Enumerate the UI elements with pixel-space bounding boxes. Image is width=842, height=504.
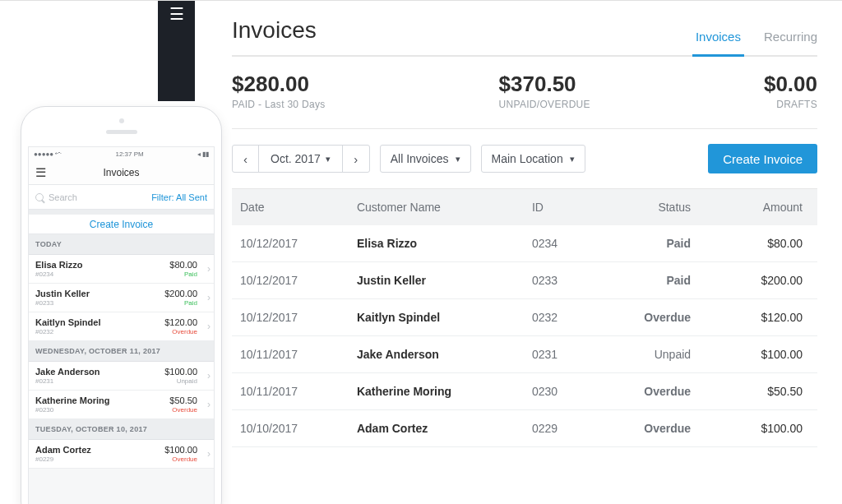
list-item[interactable]: Justin Keller#0233$200.00Paid› <box>29 284 214 312</box>
create-invoice-button[interactable]: Create Invoice <box>708 144 817 173</box>
list-item[interactable]: Kaitlyn Spindel#0232$120.00Overdue› <box>29 312 214 341</box>
cell-status: Paid <box>590 262 716 299</box>
phone-section-header: TUESDAY, OCTOBER 10, 2017 <box>29 419 214 440</box>
table-row[interactable]: 10/12/2017Kaitlyn Spindel0232Overdue$120… <box>232 299 817 336</box>
col-customer[interactable]: Customer Name <box>349 189 524 225</box>
table-row[interactable]: 10/12/2017Justin Keller0233Paid$200.00 <box>232 262 817 299</box>
date-select-label: Oct. 2017 <box>271 152 321 165</box>
desktop-header: Invoices Invoices Recurring <box>232 1 817 57</box>
item-status: Paid <box>184 270 197 278</box>
summary-drafts-label: DRAFTS <box>764 99 817 110</box>
summary-row: $280.00 PAID - Last 30 Days $370.50 UNPA… <box>232 57 817 129</box>
item-status: Unpaid <box>177 377 197 385</box>
scope-select-label: All Invoices <box>391 152 449 165</box>
item-name: Katherine Moring <box>35 395 109 405</box>
item-amount: $100.00 <box>164 445 197 455</box>
cell-customer: Justin Keller <box>349 262 524 299</box>
phone-section-header: TODAY <box>29 234 214 255</box>
summary-unpaid-amount: $370.50 <box>499 72 590 97</box>
item-name: Elisa Rizzo <box>35 260 82 270</box>
side-strip: ☰ <box>158 1 195 101</box>
phone-section-header: WEDNESDAY, OCTOBER 11, 2017 <box>29 341 214 362</box>
filters-row: ‹ Oct. 2017 ▾ › All Invoices ▾ Main Loca… <box>232 129 817 189</box>
cell-status: Overdue <box>590 299 716 336</box>
filter-link[interactable]: Filter: All Sent <box>151 192 207 202</box>
tab-invoices[interactable]: Invoices <box>696 30 741 55</box>
cell-date: 10/11/2017 <box>232 336 349 373</box>
item-name: Kaitlyn Spindel <box>35 317 100 327</box>
phone-search-row: Search Filter: All Sent <box>29 185 214 210</box>
battery-indicator: ◂ ▮▮ <box>197 150 209 158</box>
search-input[interactable]: Search <box>35 192 77 202</box>
col-id[interactable]: ID <box>524 189 590 225</box>
cell-amount: $200.00 <box>715 262 817 299</box>
hamburger-icon[interactable]: ☰ <box>169 6 184 22</box>
signal-indicator: ●●●●● ⬿ <box>34 150 62 158</box>
item-id: #0231 <box>35 377 99 385</box>
location-select-label: Main Location <box>492 152 563 165</box>
phone-status-bar: ●●●●● ⬿ 12:37 PM ◂ ▮▮ <box>29 147 214 160</box>
phone-camera-dot <box>119 118 124 123</box>
table-row[interactable]: 10/10/2017Adam Cortez0229Overdue$100.00 <box>232 410 817 447</box>
phone-title: Invoices <box>103 167 139 178</box>
item-amount: $80.00 <box>169 260 197 270</box>
search-icon <box>35 193 44 201</box>
cell-customer: Kaitlyn Spindel <box>349 299 524 336</box>
date-prev-button[interactable]: ‹ <box>233 146 259 172</box>
item-id: #0232 <box>35 328 100 335</box>
invoice-table: Date Customer Name ID Status Amount 10/1… <box>232 189 817 447</box>
item-name: Adam Cortez <box>35 445 91 455</box>
location-select[interactable]: Main Location ▾ <box>481 145 585 173</box>
cell-status: Overdue <box>590 410 716 447</box>
item-name: Justin Keller <box>35 289 90 298</box>
col-amount[interactable]: Amount <box>715 189 817 225</box>
item-amount: $100.00 <box>164 367 197 377</box>
cell-date: 10/12/2017 <box>232 299 349 336</box>
cell-date: 10/12/2017 <box>232 262 349 299</box>
table-row[interactable]: 10/11/2017Katherine Moring0230Overdue$50… <box>232 373 817 410</box>
chevron-right-icon: › <box>207 370 210 381</box>
cell-customer: Adam Cortez <box>349 410 524 447</box>
list-item[interactable]: Adam Cortez#0229$100.00Overdue› <box>29 440 214 469</box>
chevron-down-icon: ▾ <box>456 154 460 164</box>
chevron-down-icon: ▾ <box>326 154 331 164</box>
list-item[interactable]: Jake Anderson#0231$100.00Unpaid› <box>29 362 214 391</box>
item-status: Overdue <box>172 406 197 414</box>
cell-status: Unpaid <box>590 336 716 373</box>
date-next-button[interactable]: › <box>343 146 369 172</box>
phone-earpiece <box>106 130 137 134</box>
cell-customer: Jake Anderson <box>349 336 524 373</box>
cell-date: 10/11/2017 <box>232 373 349 410</box>
col-status[interactable]: Status <box>590 189 716 225</box>
item-name: Jake Anderson <box>35 367 99 377</box>
cell-status: Overdue <box>590 373 716 410</box>
cell-amount: $80.00 <box>715 225 817 262</box>
hamburger-icon[interactable]: ☰ <box>35 165 46 180</box>
tab-recurring[interactable]: Recurring <box>764 30 817 55</box>
cell-customer: Elisa Rizzo <box>349 225 524 262</box>
table-row[interactable]: 10/11/2017Jake Anderson0231Unpaid$100.00 <box>232 336 817 373</box>
cell-amount: $100.00 <box>715 410 817 447</box>
table-row[interactable]: 10/12/2017Elisa Rizzo0234Paid$80.00 <box>232 225 817 262</box>
scope-select[interactable]: All Invoices ▾ <box>380 145 471 173</box>
table-header-row: Date Customer Name ID Status Amount <box>232 189 817 225</box>
list-item[interactable]: Katherine Moring#0230$50.50Overdue› <box>29 391 214 419</box>
cell-date: 10/12/2017 <box>232 225 349 262</box>
summary-drafts: $0.00 DRAFTS <box>764 72 817 110</box>
col-date[interactable]: Date <box>232 189 349 225</box>
chevron-down-icon: ▾ <box>570 154 575 164</box>
item-status: Overdue <box>172 328 197 335</box>
list-item[interactable]: Elisa Rizzo#0234$80.00Paid› <box>29 255 214 284</box>
item-amount: $200.00 <box>164 289 197 298</box>
chevron-right-icon: › <box>207 399 210 410</box>
item-id: #0230 <box>35 406 109 414</box>
chevron-right-icon: › <box>207 321 210 332</box>
phone-header: ☰ Invoices <box>29 160 214 185</box>
summary-paid-label: PAID - Last 30 Days <box>232 99 326 110</box>
date-select[interactable]: Oct. 2017 ▾ <box>259 146 343 172</box>
page-title: Invoices <box>232 17 317 55</box>
chevron-right-icon: › <box>207 263 210 275</box>
search-placeholder: Search <box>49 192 77 202</box>
phone-create-invoice-button[interactable]: Create Invoice <box>29 210 214 234</box>
desktop-panel: Invoices Invoices Recurring $280.00 PAID… <box>232 1 817 504</box>
